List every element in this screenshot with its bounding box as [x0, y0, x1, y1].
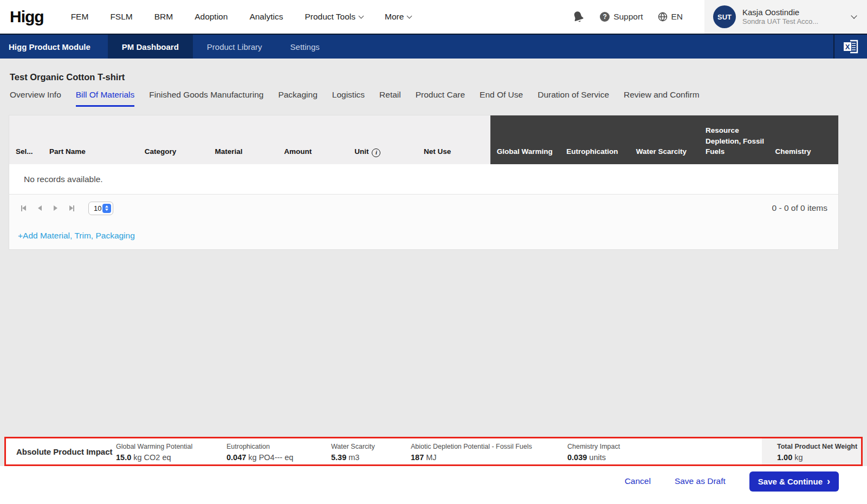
- user-account-menu[interactable]: SUT Kasja Oostindie Sondra UAT Test Acco…: [704, 0, 867, 34]
- top-navigation: FEM FSLM BRM Adoption Analytics Product …: [71, 12, 412, 22]
- column-header-material[interactable]: Material: [209, 115, 278, 164]
- empty-table-message: No records available.: [9, 164, 838, 195]
- tab-overview-info[interactable]: Overview Info: [10, 90, 61, 107]
- impact-bar-title: Absolute Product Impact: [6, 438, 116, 464]
- top-bar-right: ? Support EN SUT Kasja Oostindie Sondra …: [572, 0, 867, 34]
- metric-value: 1.00: [777, 453, 792, 462]
- column-header-unit[interactable]: Unit i: [348, 115, 417, 164]
- export-excel-button[interactable]: X: [833, 35, 867, 59]
- column-header-global-warming[interactable]: Global Warming: [490, 115, 560, 164]
- chevron-right-icon: ›: [827, 476, 830, 486]
- metric-water-scarcity: Water Scarcity 5.39 m3: [331, 438, 411, 464]
- metric-unit: m3: [348, 453, 359, 462]
- column-header-part-name[interactable]: Part Name: [43, 115, 138, 164]
- metric-unit: MJ: [426, 453, 436, 462]
- table-header-row: Sel... Part Name Category Material Amoun…: [9, 115, 838, 164]
- pagination-next-page-button[interactable]: [54, 205, 57, 211]
- metric-value: 15.0: [116, 453, 131, 462]
- save-and-continue-button[interactable]: Save & Continue ›: [749, 471, 839, 492]
- tab-end-of-use[interactable]: End Of Use: [480, 90, 523, 107]
- metric-value: 187: [411, 453, 424, 462]
- metric-value: 5.39: [331, 453, 346, 462]
- tab-finished-goods-manufacturing[interactable]: Finished Goods Manufacturing: [149, 90, 263, 107]
- save-as-draft-button[interactable]: Save as Draft: [675, 476, 726, 486]
- nav-fem[interactable]: FEM: [71, 12, 89, 22]
- metric-abiotic-depletion: Abiotic Depletion Potential - Fossil Fue…: [411, 438, 567, 464]
- page-title: Test Organic Cotton T-shirt: [10, 72, 125, 82]
- notifications-bell-icon[interactable]: [570, 9, 586, 25]
- cancel-button[interactable]: Cancel: [625, 476, 651, 486]
- nav-adoption[interactable]: Adoption: [195, 12, 228, 22]
- tab-duration-of-service[interactable]: Duration of Service: [538, 90, 609, 107]
- pagination-bar: 10 0 - 0 of 0 items: [9, 195, 838, 222]
- chevron-down-icon: [407, 14, 412, 19]
- module-bar: Higg Product Module PM Dashboard Product…: [0, 34, 867, 59]
- top-bar: Higg FEM FSLM BRM Adoption Analytics Pro…: [0, 0, 867, 34]
- unit-info-icon[interactable]: i: [372, 148, 380, 157]
- column-header-chemistry[interactable]: Chemistry: [769, 115, 838, 164]
- tab-retail[interactable]: Retail: [379, 90, 401, 107]
- user-name: Kasja Oostindie: [742, 7, 818, 18]
- bill-of-materials-table: Sel... Part Name Category Material Amoun…: [9, 115, 839, 250]
- module-title: Higg Product Module: [0, 35, 101, 59]
- product-section-tabs: Overview Info Bill Of Materials Finished…: [10, 90, 700, 107]
- column-header-net-use[interactable]: Net Use: [417, 115, 490, 164]
- tab-review-and-confirm[interactable]: Review and Confirm: [624, 90, 700, 107]
- column-header-category[interactable]: Category: [138, 115, 209, 164]
- column-header-eutrophication[interactable]: Eutrophication: [560, 115, 629, 164]
- metric-value: 0.047: [227, 453, 246, 462]
- metric-eutrophication: Eutrophication 0.047 kg PO4--- eq: [227, 438, 331, 464]
- language-selector[interactable]: EN: [658, 12, 683, 22]
- support-link[interactable]: ? Support: [600, 12, 643, 22]
- tab-product-care[interactable]: Product Care: [416, 90, 465, 107]
- metric-unit: kg CO2 eq: [133, 453, 171, 462]
- nav-product-tools-dropdown[interactable]: Product Tools: [305, 12, 363, 22]
- tab-logistics[interactable]: Logistics: [332, 90, 365, 107]
- nav-fslm[interactable]: FSLM: [110, 12, 132, 22]
- stepper-icon: [102, 204, 111, 213]
- excel-icon: X: [843, 39, 859, 54]
- nav-analytics[interactable]: Analytics: [249, 12, 283, 22]
- add-material-link[interactable]: +Add Material, Trim, Packaging: [18, 231, 135, 241]
- module-tabs: PM Dashboard Product Library Settings: [108, 35, 334, 59]
- nav-more-dropdown[interactable]: More: [385, 12, 411, 22]
- tab-bill-of-materials[interactable]: Bill Of Materials: [76, 90, 135, 107]
- tab-settings[interactable]: Settings: [276, 35, 334, 59]
- metric-unit: units: [589, 453, 606, 462]
- pagination-previous-page-button[interactable]: [38, 205, 42, 211]
- tab-packaging[interactable]: Packaging: [278, 90, 317, 107]
- metric-chemistry: Chemistry Impact 0.039 units: [567, 438, 762, 464]
- user-account: Sondra UAT Test Acco...: [742, 17, 818, 27]
- tab-product-library[interactable]: Product Library: [193, 35, 276, 59]
- page-size-select[interactable]: 10: [88, 202, 113, 215]
- metric-global-warming: Global Warming Potential 15.0 kg CO2 eq: [116, 438, 227, 464]
- add-row: +Add Material, Trim, Packaging: [9, 222, 838, 249]
- avatar: SUT: [713, 5, 736, 28]
- metric-unit: kg: [794, 453, 803, 462]
- column-header-amount[interactable]: Amount: [277, 115, 348, 164]
- metric-unit: kg PO4--- eq: [248, 453, 293, 462]
- metric-total-net-weight: Total Product Net Weight 1.00 kg: [762, 438, 861, 464]
- column-header-resource-depletion[interactable]: Resource Depletion, Fossil Fuels: [699, 115, 768, 164]
- pagination-last-page-button[interactable]: [69, 205, 74, 211]
- tab-pm-dashboard[interactable]: PM Dashboard: [108, 35, 193, 59]
- higg-logo[interactable]: Higg: [10, 8, 44, 26]
- globe-icon: [658, 12, 668, 22]
- nav-brm[interactable]: BRM: [154, 12, 173, 22]
- pagination-first-page-button[interactable]: [21, 205, 26, 211]
- help-question-icon: ?: [600, 12, 610, 22]
- column-header-select[interactable]: Sel...: [9, 115, 43, 164]
- absolute-product-impact-bar: Absolute Product Impact Global Warming P…: [4, 437, 863, 466]
- svg-text:X: X: [845, 43, 850, 51]
- footer-action-bar: Cancel Save as Draft Save & Continue ›: [0, 466, 867, 504]
- metric-value: 0.039: [567, 453, 587, 462]
- chevron-down-icon: [359, 14, 364, 19]
- chevron-down-icon: [851, 12, 857, 18]
- pagination-count: 0 - 0 of 0 items: [772, 203, 827, 213]
- column-header-water-scarcity[interactable]: Water Scarcity: [630, 115, 699, 164]
